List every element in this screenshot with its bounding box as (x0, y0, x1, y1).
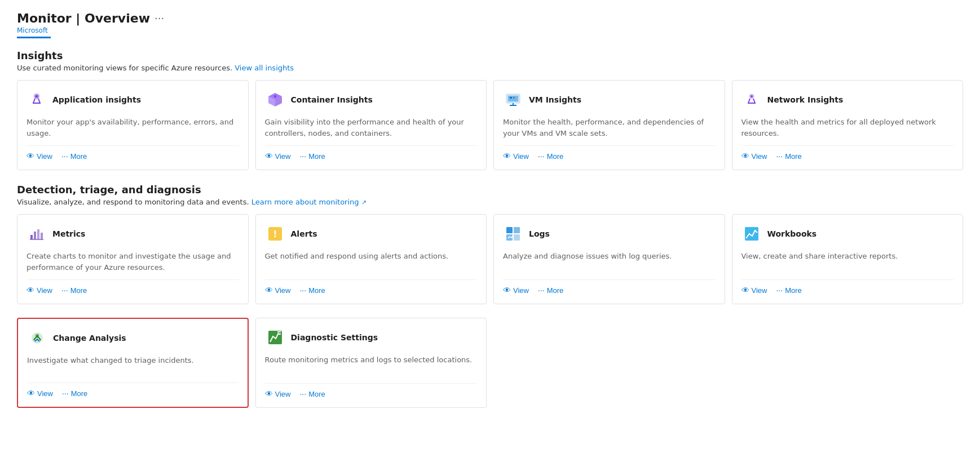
network-insights-actions: 👁 View ··· More (741, 145, 954, 161)
svg-rect-31 (514, 227, 520, 233)
network-insights-desc: View the health and metrics for all depl… (741, 117, 954, 139)
view-icon: 👁 (27, 286, 34, 295)
diagnostic-settings-actions: 👁 View ··· More (265, 383, 478, 398)
card-header: ! Alerts (265, 224, 478, 244)
vm-insights-actions: 👁 View ··· More (503, 145, 716, 161)
change-analysis-view-button[interactable]: 👁 View (27, 389, 53, 398)
change-analysis-actions: 👁 View ··· More (27, 383, 239, 398)
network-insights-icon (741, 90, 762, 110)
svg-rect-30 (506, 227, 513, 233)
metrics-actions: 👁 View ··· More (27, 279, 239, 295)
logs-icon (503, 224, 523, 244)
network-insights-more-button[interactable]: ··· More (776, 152, 801, 161)
metrics-icon (27, 224, 47, 244)
change-analysis-card: Change Analysis Investigate what changed… (17, 318, 249, 408)
alerts-desc: Get notified and respond using alerts an… (265, 251, 478, 273)
container-insights-desc: Gain visibility into the performance and… (265, 117, 478, 139)
empty-col-3 (493, 318, 725, 408)
view-icon: 👁 (741, 152, 749, 161)
svg-rect-23 (30, 235, 33, 239)
svg-point-36 (36, 334, 39, 337)
svg-line-20 (748, 99, 750, 103)
change-analysis-title: Change Analysis (53, 334, 126, 343)
more-options-icon[interactable]: ··· (154, 12, 164, 24)
workbooks-view-button[interactable]: 👁 View (741, 286, 767, 295)
metrics-view-button[interactable]: 👁 View (27, 286, 52, 295)
diagnostic-settings-icon (265, 327, 285, 348)
more-icon: ··· (299, 286, 306, 295)
workbooks-card: Workbooks View, create and share interac… (732, 214, 964, 304)
network-insights-title: Network Insights (767, 95, 844, 104)
vm-insights-desc: Monitor the health, performance, and dep… (503, 117, 716, 139)
container-insights-more-button[interactable]: ··· More (299, 152, 325, 161)
app-insights-more-button[interactable]: ··· More (61, 152, 87, 161)
logs-view-button[interactable]: 👁 View (503, 286, 529, 295)
workbooks-more-button[interactable]: ··· More (776, 286, 801, 295)
view-icon: 👁 (265, 389, 273, 398)
container-insights-icon (265, 90, 285, 110)
svg-line-4 (38, 99, 40, 103)
logs-title: Logs (529, 229, 550, 238)
alerts-view-button[interactable]: 👁 View (265, 286, 291, 295)
more-icon: ··· (776, 152, 783, 161)
card-header: Change Analysis (27, 328, 239, 348)
diagnostic-settings-desc: Route monitoring metrics and logs to sel… (265, 354, 478, 376)
detection-description: Visualize, analyze, and respond to monit… (17, 198, 963, 206)
workbooks-desc: View, create and share interactive repor… (741, 251, 954, 273)
vm-insights-view-button[interactable]: 👁 View (503, 152, 529, 161)
view-icon: 👁 (503, 152, 511, 161)
alerts-title: Alerts (291, 229, 317, 238)
card-header: VM Insights (503, 90, 716, 110)
alerts-icon: ! (265, 224, 285, 244)
container-insights-card: Container Insights Gain visibility into … (255, 80, 487, 170)
card-header: Container Insights (265, 90, 478, 110)
logs-desc: Analyze and diagnose issues with log que… (503, 251, 716, 273)
metrics-card: Metrics Create charts to monitor and inv… (17, 214, 249, 304)
workbooks-title: Workbooks (767, 229, 817, 238)
diagnostic-settings-view-button[interactable]: 👁 View (265, 389, 291, 398)
view-all-insights-link[interactable]: View all insights (235, 64, 294, 72)
detection-cards-row1: Metrics Create charts to monitor and inv… (17, 214, 963, 304)
learn-more-link[interactable]: Learn more about monitoring (251, 198, 359, 206)
app-insights-view-button[interactable]: 👁 View (27, 152, 52, 161)
view-icon: 👁 (27, 389, 35, 398)
svg-line-3 (33, 99, 35, 103)
view-icon: 👁 (741, 286, 749, 295)
view-icon: 👁 (503, 286, 511, 295)
application-insights-card: Application insights Monitor your app's … (17, 80, 249, 170)
svg-text:!: ! (273, 229, 277, 239)
alerts-more-button[interactable]: ··· More (299, 286, 325, 295)
card-header: Logs (503, 224, 716, 244)
vm-insights-icon (503, 90, 523, 110)
more-icon: ··· (299, 389, 306, 398)
card-header: Diagnostic Settings (265, 327, 478, 348)
detection-cards-row2: Change Analysis Investigate what changed… (17, 318, 963, 408)
change-analysis-icon (27, 328, 47, 348)
metrics-more-button[interactable]: ··· More (61, 286, 87, 295)
container-insights-title: Container Insights (291, 95, 373, 104)
logs-more-button[interactable]: ··· More (538, 286, 563, 295)
vm-insights-title: VM Insights (529, 95, 581, 104)
change-analysis-more-button[interactable]: ··· More (62, 389, 87, 398)
svg-point-2 (36, 95, 38, 97)
page-subtitle: Microsoft (17, 26, 963, 34)
svg-rect-26 (41, 233, 43, 239)
more-icon: ··· (61, 286, 68, 295)
more-icon: ··· (538, 286, 545, 295)
more-icon: ··· (62, 389, 69, 398)
svg-line-21 (753, 99, 755, 103)
container-insights-view-button[interactable]: 👁 View (265, 152, 291, 161)
app-insights-desc: Monitor your app's availability, perform… (27, 117, 239, 139)
page-container: Monitor | Overview ··· Microsoft Insight… (0, 0, 980, 419)
diagnostic-settings-more-button[interactable]: ··· More (299, 389, 325, 398)
container-insights-actions: 👁 View ··· More (265, 145, 478, 161)
logs-card: Logs Analyze and diagnose issues with lo… (493, 214, 725, 304)
vm-insights-more-button[interactable]: ··· More (538, 152, 563, 161)
logs-actions: 👁 View ··· More (503, 279, 716, 295)
app-insights-title: Application insights (52, 95, 141, 104)
insights-title: Insights (17, 50, 963, 61)
network-insights-view-button[interactable]: 👁 View (741, 152, 767, 161)
detection-section: Detection, triage, and diagnosis Visuali… (17, 184, 963, 408)
card-header: Workbooks (741, 224, 954, 244)
svg-point-10 (274, 95, 276, 97)
